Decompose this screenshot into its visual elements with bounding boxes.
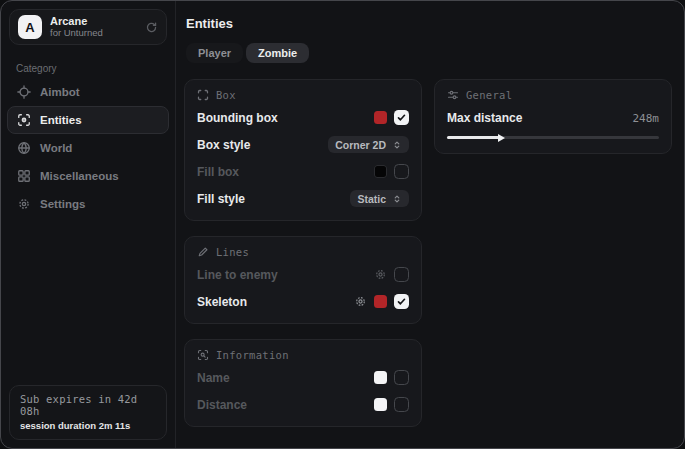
globe-icon bbox=[17, 141, 31, 155]
fill-style-label: Fill style bbox=[197, 192, 245, 206]
sidebar-item-world[interactable]: World bbox=[7, 134, 169, 162]
refresh-icon[interactable] bbox=[145, 21, 158, 34]
name-row: Name bbox=[197, 367, 409, 388]
brand-card: A Arcane for Unturned bbox=[9, 9, 167, 45]
category-label: Category bbox=[16, 63, 175, 74]
fill-box-color-swatch[interactable] bbox=[374, 165, 387, 178]
scan-eye-icon bbox=[17, 113, 31, 127]
line-to-enemy-label: Line to enemy bbox=[197, 268, 278, 282]
gear-icon bbox=[17, 197, 31, 211]
general-panel: General Max distance 248m bbox=[434, 79, 672, 154]
fill-style-row: Fill style Static bbox=[197, 188, 409, 209]
sidebar-item-entities[interactable]: Entities bbox=[7, 106, 169, 134]
information-panel-header: Information bbox=[197, 349, 409, 361]
skeleton-label: Skeleton bbox=[197, 295, 247, 309]
fill-style-value: Static bbox=[357, 193, 386, 205]
box-panel-header: Box bbox=[197, 89, 409, 101]
bounding-box-icon bbox=[197, 89, 209, 101]
main-content: Entities Player Zombie Box bbox=[176, 1, 684, 448]
brand-name: Arcane bbox=[50, 15, 137, 28]
right-column: General Max distance 248m bbox=[434, 79, 672, 154]
chevrons-up-down-icon bbox=[392, 140, 402, 150]
box-style-select[interactable]: Corner 2D bbox=[328, 136, 409, 153]
line-to-enemy-settings-gear-icon[interactable] bbox=[374, 268, 387, 281]
sidebar: A Arcane for Unturned Category Aimbot bbox=[1, 1, 176, 448]
skeleton-settings-gear-icon[interactable] bbox=[354, 295, 367, 308]
box-panel: Box Bounding box Box style bbox=[184, 79, 422, 221]
general-panel-title: General bbox=[466, 89, 512, 101]
box-panel-title: Box bbox=[216, 89, 236, 101]
max-distance-label: Max distance bbox=[447, 111, 522, 125]
name-color-swatch[interactable] bbox=[374, 371, 387, 384]
distance-label: Distance bbox=[197, 398, 247, 412]
max-distance-value: 248m bbox=[633, 112, 660, 125]
grid-icon bbox=[17, 169, 31, 183]
line-to-enemy-checkbox[interactable] bbox=[394, 267, 409, 282]
brand-text: Arcane for Unturned bbox=[50, 15, 137, 39]
slider-thumb[interactable] bbox=[498, 134, 505, 142]
sidebar-item-settings[interactable]: Settings bbox=[7, 190, 169, 218]
lines-panel: Lines Line to enemy bbox=[184, 236, 422, 324]
general-panel-header: General bbox=[447, 89, 659, 101]
name-label: Name bbox=[197, 371, 230, 385]
page-title: Entities bbox=[186, 16, 672, 31]
fill-box-label: Fill box bbox=[197, 165, 239, 179]
sidebar-nav: Aimbot Entities World bbox=[1, 78, 175, 218]
bounding-box-color-swatch[interactable] bbox=[374, 111, 387, 124]
information-panel: Information Name Distance bbox=[184, 339, 422, 427]
sidebar-item-label: Settings bbox=[40, 198, 85, 210]
lines-panel-title: Lines bbox=[216, 246, 249, 258]
skeleton-row: Skeleton bbox=[197, 291, 409, 312]
fill-box-checkbox[interactable] bbox=[394, 164, 409, 179]
crosshair-icon bbox=[17, 85, 31, 99]
box-style-label: Box style bbox=[197, 138, 250, 152]
distance-row: Distance bbox=[197, 394, 409, 415]
pencil-icon bbox=[197, 246, 209, 258]
sidebar-item-label: Miscellaneous bbox=[40, 170, 119, 182]
name-checkbox[interactable] bbox=[394, 370, 409, 385]
information-panel-title: Information bbox=[216, 349, 289, 361]
sliders-icon bbox=[447, 89, 459, 101]
sidebar-item-label: Entities bbox=[40, 114, 82, 126]
box-style-value: Corner 2D bbox=[335, 139, 386, 151]
sidebar-item-miscellaneous[interactable]: Miscellaneous bbox=[7, 162, 169, 190]
fill-box-row: Fill box bbox=[197, 161, 409, 182]
sidebar-item-label: Aimbot bbox=[40, 86, 80, 98]
left-column: Box Bounding box Box style bbox=[184, 79, 422, 427]
sub-expires-text: Sub expires in 42d 08h bbox=[20, 393, 156, 417]
fill-style-select[interactable]: Static bbox=[350, 190, 409, 207]
tab-player[interactable]: Player bbox=[186, 43, 243, 63]
skeleton-color-swatch[interactable] bbox=[374, 295, 387, 308]
lines-panel-header: Lines bbox=[197, 246, 409, 258]
chevrons-up-down-icon bbox=[392, 194, 402, 204]
app-logo: A bbox=[18, 15, 42, 39]
session-duration-text: session duration 2m 11s bbox=[20, 420, 156, 431]
sidebar-item-aimbot[interactable]: Aimbot bbox=[7, 78, 169, 106]
scan-search-icon bbox=[197, 349, 209, 361]
app-window: A Arcane for Unturned Category Aimbot bbox=[0, 0, 685, 449]
bounding-box-row: Bounding box bbox=[197, 107, 409, 128]
max-distance-slider[interactable] bbox=[447, 133, 659, 142]
max-distance-row: Max distance 248m bbox=[447, 108, 659, 128]
brand-subtitle: for Unturned bbox=[50, 28, 137, 39]
bounding-box-checkbox[interactable] bbox=[394, 110, 409, 125]
entity-tabs: Player Zombie bbox=[186, 43, 672, 63]
line-to-enemy-row: Line to enemy bbox=[197, 264, 409, 285]
skeleton-checkbox[interactable] bbox=[394, 294, 409, 309]
subscription-info: Sub expires in 42d 08h session duration … bbox=[9, 385, 167, 440]
box-style-row: Box style Corner 2D bbox=[197, 134, 409, 155]
panel-columns: Box Bounding box Box style bbox=[184, 79, 672, 427]
bounding-box-label: Bounding box bbox=[197, 111, 278, 125]
distance-color-swatch[interactable] bbox=[374, 398, 387, 411]
sidebar-item-label: World bbox=[40, 142, 72, 154]
distance-checkbox[interactable] bbox=[394, 397, 409, 412]
tab-zombie[interactable]: Zombie bbox=[246, 43, 309, 63]
slider-fill bbox=[447, 136, 500, 139]
